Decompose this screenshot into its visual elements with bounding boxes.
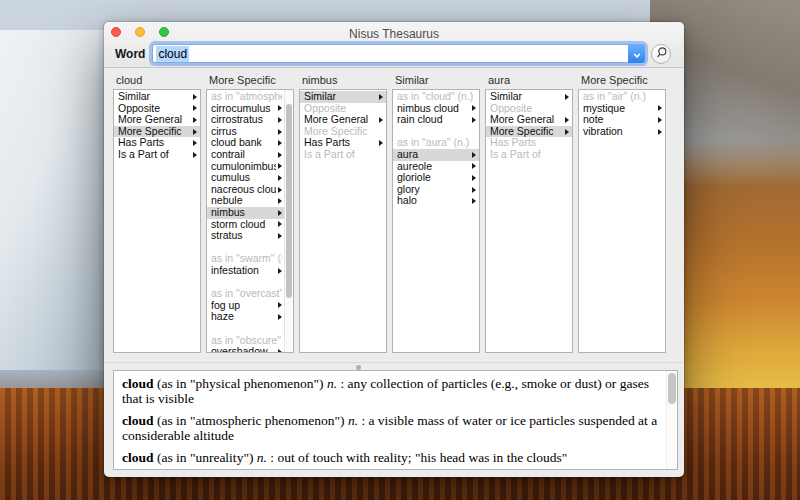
list-item[interactable]: nimbus cloud (393, 103, 479, 115)
list-item-label: storm cloud (211, 219, 276, 231)
list-item: as in "obscure" (v.) (207, 334, 293, 346)
list-item[interactable]: nebule (207, 195, 293, 207)
submenu-arrow-icon (658, 129, 662, 135)
list-item[interactable]: Is a Part of (114, 149, 200, 161)
window-chrome: Nisus Thesaurus Word cloud (104, 22, 684, 68)
submenu-arrow-icon (278, 175, 282, 181)
list-item[interactable]: cumulonimbus (207, 161, 293, 173)
submenu-arrow-icon (193, 129, 197, 135)
list-item[interactable]: cumulus (207, 172, 293, 184)
submenu-arrow-icon (472, 163, 476, 169)
window-title: Nisus Thesaurus (104, 27, 684, 41)
submenu-arrow-icon (472, 175, 476, 181)
list-item-label: Is a Part of (118, 149, 191, 161)
definition-entry: cloud (as in "physical phenomenon") n. :… (122, 376, 659, 406)
list-item: as in "overcast" (v.) (207, 288, 293, 300)
column-scrollbar-thumb[interactable] (286, 104, 292, 298)
list-item-label: Opposite (490, 103, 569, 115)
list-item[interactable]: gloriole (393, 172, 479, 184)
submenu-arrow-icon (472, 152, 476, 158)
list-item-label: More Specific (118, 126, 191, 138)
list-item[interactable]: nacreous cloud (207, 184, 293, 196)
list-item[interactable]: More Specific (114, 126, 200, 138)
list-item-label: stratus (211, 230, 276, 242)
submenu-arrow-icon (472, 198, 476, 204)
list-item-label: cirrocumulus (211, 103, 276, 115)
list-item[interactable]: More General (300, 114, 386, 126)
list-item[interactable]: nimbus (207, 207, 293, 219)
definition-entry: cloud (as in "atmospheric phenomenon") n… (122, 413, 659, 443)
list-item[interactable]: storm cloud (207, 219, 293, 231)
submenu-arrow-icon (278, 187, 282, 193)
list-item[interactable]: aureole (393, 161, 479, 173)
list-item-label: cloud bank (211, 137, 276, 149)
thesaurus-browser-columns: cloudSimilarOppositeMore GeneralMore Spe… (113, 72, 666, 353)
submenu-arrow-icon (379, 117, 383, 123)
column-list: SimilarOppositeMore GeneralMore Specific… (299, 89, 387, 353)
list-item[interactable]: fog up (207, 300, 293, 312)
list-item[interactable]: More General (114, 114, 200, 126)
list-item: as in "atmospheric (207, 91, 293, 103)
list-item[interactable]: Opposite (114, 103, 200, 115)
column-list: as in "air" (n.)mystiquenotevibration (578, 89, 666, 353)
list-item: as in "aura" (n.) (393, 137, 479, 149)
list-item-label: vibration (583, 126, 656, 138)
list-spacer (207, 323, 293, 335)
list-item[interactable]: cirrostratus (207, 114, 293, 126)
list-item-label: Similar (490, 91, 563, 103)
list-spacer (207, 242, 293, 254)
list-item-label: aureole (397, 161, 470, 173)
list-item[interactable]: Similar (300, 91, 386, 103)
list-item[interactable]: haze (207, 311, 293, 323)
list-item: as in "air" (n.) (579, 91, 665, 103)
list-item[interactable]: cirrocumulus (207, 103, 293, 115)
submenu-arrow-icon (278, 221, 282, 227)
combobox-dropdown-button[interactable] (628, 44, 645, 63)
list-item[interactable]: Similar (486, 91, 572, 103)
definitions-scrollbar-thumb[interactable] (668, 373, 676, 404)
list-item[interactable]: Has Parts (300, 137, 386, 149)
list-item[interactable]: mystique (579, 103, 665, 115)
column-list: as in "atmosphericcirrocumuluscirrostrat… (206, 89, 294, 353)
submenu-arrow-icon (278, 302, 282, 308)
titlebar[interactable]: Nisus Thesaurus (104, 22, 684, 41)
list-item-label: nebule (211, 195, 276, 207)
search-button[interactable] (651, 44, 671, 64)
list-item-label: as in "aura" (n.) (397, 137, 476, 149)
submenu-arrow-icon (658, 105, 662, 111)
list-item: Has Parts (486, 137, 572, 149)
list-item[interactable]: Has Parts (114, 137, 200, 149)
list-item[interactable]: note (579, 114, 665, 126)
column-header: cloud (113, 72, 201, 89)
list-item-label: cumulus (211, 172, 276, 184)
definitions-scrollbar-track[interactable] (666, 371, 677, 469)
word-label: Word (115, 47, 145, 61)
list-item[interactable]: stratus (207, 230, 293, 242)
list-item[interactable]: cloud bank (207, 137, 293, 149)
list-item[interactable]: infestation (207, 265, 293, 277)
list-item-label: Has Parts (118, 137, 191, 149)
column-scrollbar-track[interactable] (284, 90, 293, 352)
submenu-arrow-icon (193, 94, 197, 100)
toolbar: Word cloud (104, 41, 684, 68)
submenu-arrow-icon (379, 140, 383, 146)
list-item-label: Is a Part of (304, 149, 383, 161)
list-item-label: infestation (211, 265, 276, 277)
list-item[interactable]: contrail (207, 149, 293, 161)
submenu-arrow-icon (278, 233, 282, 239)
list-item-label: note (583, 114, 656, 126)
word-combobox[interactable]: cloud (152, 44, 645, 63)
list-item[interactable]: halo (393, 195, 479, 207)
list-item[interactable]: More General (486, 114, 572, 126)
list-item[interactable]: glory (393, 184, 479, 196)
list-item[interactable]: overshadow (207, 346, 293, 353)
list-item[interactable]: More Specific (486, 126, 572, 138)
list-item[interactable]: Similar (114, 91, 200, 103)
list-item[interactable]: rain cloud (393, 114, 479, 126)
word-input-value[interactable]: cloud (156, 46, 189, 62)
list-item: as in "cloud" (n.) (393, 91, 479, 103)
list-item[interactable]: aura (393, 149, 479, 161)
list-item[interactable]: vibration (579, 126, 665, 138)
thesaurus-window: Nisus Thesaurus Word cloud (104, 22, 684, 477)
list-item[interactable]: cirrus (207, 126, 293, 138)
